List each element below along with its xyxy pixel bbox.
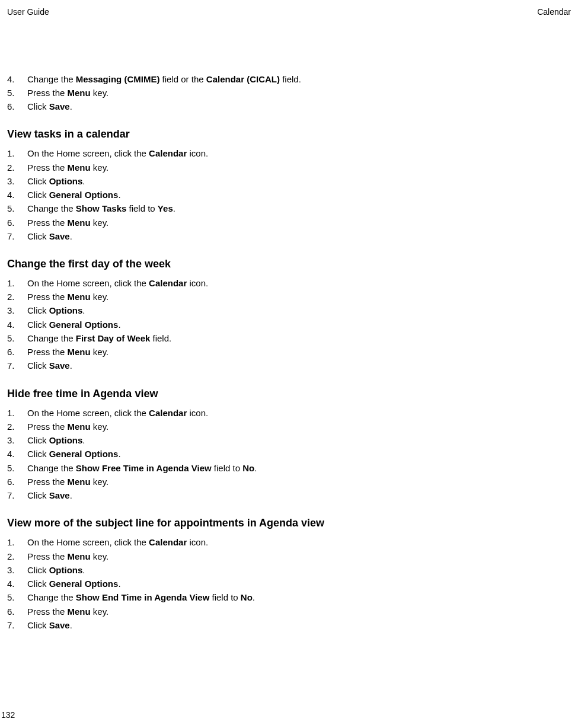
step-text: Change the Messaging (CMIME) field or th… xyxy=(27,74,301,84)
step-text-bold: General Options xyxy=(49,320,119,330)
step-text-bold: Menu xyxy=(68,162,91,173)
step-text: Click Save. xyxy=(27,490,72,500)
step-text-bold: General Options xyxy=(49,190,119,200)
step-item: 6.Click Save. xyxy=(7,100,572,113)
step-text-bold: Options xyxy=(49,565,83,575)
steps-list: 1.On the Home screen, click the Calendar… xyxy=(6,406,572,503)
step-number: 5. xyxy=(7,202,15,215)
step-number: 2. xyxy=(7,290,15,304)
step-number: 3. xyxy=(7,174,15,188)
step-item: 1.On the Home screen, click the Calendar… xyxy=(7,146,572,160)
step-number: 5. xyxy=(7,461,15,475)
step-number: 4. xyxy=(7,447,15,461)
step-text-bold: Yes xyxy=(158,203,173,213)
steps-list: 1.On the Home screen, click the Calendar… xyxy=(6,535,572,632)
step-text: Click Options. xyxy=(27,176,85,186)
step-item: 6.Press the Menu key. xyxy=(7,475,572,488)
step-number: 3. xyxy=(7,563,15,577)
step-text: Click Save. xyxy=(27,231,72,241)
step-text-bold: Show Free Time in Agenda View xyxy=(76,463,212,473)
step-item: 5.Change the Show Tasks field to Yes. xyxy=(7,202,572,215)
step-text-bold: First Day of Week xyxy=(76,333,151,343)
step-number: 2. xyxy=(7,161,15,174)
step-number: 4. xyxy=(7,577,15,590)
step-text-bold: Save xyxy=(49,620,70,630)
step-item: 4.Change the Messaging (CMIME) field or … xyxy=(7,72,572,86)
step-number: 1. xyxy=(7,276,15,290)
step-number: 2. xyxy=(7,420,15,433)
step-text: Click General Options. xyxy=(27,449,121,459)
step-number: 1. xyxy=(7,535,15,549)
step-number: 4. xyxy=(7,72,15,86)
step-text: On the Home screen, click the Calendar i… xyxy=(27,537,208,547)
step-number: 4. xyxy=(7,318,15,331)
step-text-bold: Save xyxy=(49,490,70,500)
step-item: 4.Click General Options. xyxy=(7,447,572,461)
step-item: 5.Press the Menu key. xyxy=(7,86,572,100)
section-heading: View tasks in a calendar xyxy=(6,126,572,143)
steps-list: 1.On the Home screen, click the Calendar… xyxy=(6,276,572,373)
step-text: Press the Menu key. xyxy=(27,162,108,173)
step-text: Press the Menu key. xyxy=(27,218,108,228)
step-text: On the Home screen, click the Calendar i… xyxy=(27,148,208,158)
step-text: Click General Options. xyxy=(27,320,121,330)
step-item: 7.Click Save. xyxy=(7,488,572,502)
step-text: Press the Menu key. xyxy=(27,606,108,617)
step-number: 7. xyxy=(7,359,15,372)
step-text: Press the Menu key. xyxy=(27,347,108,357)
step-item: 4.Click General Options. xyxy=(7,188,572,202)
step-text: Press the Menu key. xyxy=(27,292,108,302)
step-text: Click Options. xyxy=(27,435,85,445)
step-text-bold: Calendar xyxy=(149,148,187,158)
step-text-bold: Save xyxy=(49,231,70,241)
step-text-bold: Menu xyxy=(68,606,91,617)
step-text: Click Options. xyxy=(27,305,85,315)
step-item: 1.On the Home screen, click the Calendar… xyxy=(7,406,572,420)
section-heading: Hide free time in Agenda view xyxy=(6,386,572,403)
steps-list: 1.On the Home screen, click the Calendar… xyxy=(6,146,572,243)
step-number: 7. xyxy=(7,618,15,632)
step-text: Press the Menu key. xyxy=(27,422,108,432)
step-text: Click General Options. xyxy=(27,190,121,200)
step-text-bold: Messaging (CMIME) xyxy=(76,74,160,84)
step-number: 6. xyxy=(7,100,15,113)
step-item: 1.On the Home screen, click the Calendar… xyxy=(7,535,572,549)
step-item: 2.Press the Menu key. xyxy=(7,290,572,304)
sections-container: View tasks in a calendar1.On the Home sc… xyxy=(6,126,572,632)
section-heading: View more of the subject line for appoin… xyxy=(6,515,572,532)
document-content: 4.Change the Messaging (CMIME) field or … xyxy=(6,72,572,632)
step-item: 5.Change the Show End Time in Agenda Vie… xyxy=(7,590,572,604)
step-item: 1.On the Home screen, click the Calendar… xyxy=(7,276,572,290)
step-text-bold: Save xyxy=(49,101,70,111)
step-item: 3.Click Options. xyxy=(7,304,572,317)
step-text: Click Save. xyxy=(27,360,72,371)
page-number: 132 xyxy=(1,709,15,722)
step-text: On the Home screen, click the Calendar i… xyxy=(27,408,208,418)
step-item: 5.Change the Show Free Time in Agenda Vi… xyxy=(7,461,572,475)
step-number: 4. xyxy=(7,188,15,202)
step-item: 6.Press the Menu key. xyxy=(7,216,572,229)
step-item: 3.Click Options. xyxy=(7,433,572,447)
header-right: Calendar xyxy=(537,6,571,19)
step-number: 6. xyxy=(7,216,15,229)
step-number: 3. xyxy=(7,433,15,447)
step-number: 2. xyxy=(7,550,15,563)
step-text-bold: General Options xyxy=(49,449,119,459)
step-text-bold: Show End Time in Agenda View xyxy=(76,592,210,602)
step-text: Change the Show Tasks field to Yes. xyxy=(27,203,175,213)
step-text-bold: Menu xyxy=(68,422,91,432)
step-text-bold: Calendar (CICAL) xyxy=(206,74,280,84)
step-item: 2.Press the Menu key. xyxy=(7,550,572,563)
step-text: Click General Options. xyxy=(27,579,121,589)
step-text-bold: Menu xyxy=(68,292,91,302)
step-number: 1. xyxy=(7,406,15,420)
step-item: 4.Click General Options. xyxy=(7,318,572,331)
step-text-bold: Menu xyxy=(68,218,91,228)
step-text: Press the Menu key. xyxy=(27,477,108,487)
step-text: Change the Show Free Time in Agenda View… xyxy=(27,463,257,473)
step-text: Change the Show End Time in Agenda View … xyxy=(27,592,255,602)
step-text-bold: Menu xyxy=(68,477,91,487)
step-text-bold: Options xyxy=(49,435,83,445)
step-item: 7.Click Save. xyxy=(7,618,572,632)
step-number: 6. xyxy=(7,345,15,359)
